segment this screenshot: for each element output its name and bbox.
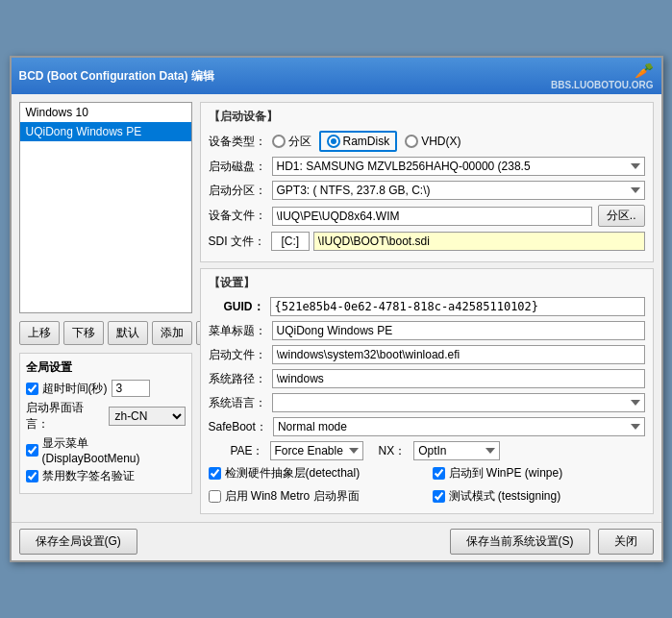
detecthal-label: 检测硬件抽象层(detecthal) [225, 465, 361, 482]
timeout-checkbox[interactable] [26, 383, 38, 395]
list-item-uqidong[interactable]: UQiDong Windows PE [20, 122, 191, 141]
settings-section: 【设置】 GUID： 菜单标题： 启动文件： 系统路径： [200, 268, 654, 514]
boot-device-section: 【启动设备】 设备类型： 分区 RamDisk [200, 102, 654, 262]
sys-path-row: 系统路径： [209, 369, 645, 388]
sys-lang-row: 系统语言： [209, 393, 645, 412]
guid-label: GUID： [209, 299, 264, 315]
detecthal-checkbox[interactable] [209, 467, 221, 480]
radio-vhd[interactable]: VHD(X) [405, 135, 460, 148]
menu-title-input[interactable] [272, 321, 645, 340]
show-menu-checkbox[interactable] [26, 444, 38, 457]
up-button[interactable]: 上移 [19, 321, 60, 345]
global-settings-title: 全局设置 [26, 359, 186, 376]
right-bottom-buttons: 保存当前系统设置(S) 关闭 [450, 529, 654, 555]
lang-select[interactable]: zh-CN [109, 407, 185, 426]
winpe-label: 启动到 WinPE (winpe) [449, 465, 563, 482]
title-bar: BCD (Boot Configuration Data) 编辑 🥕 BBS.L… [12, 58, 661, 94]
boot-file-label: 启动文件： [209, 347, 266, 363]
window-title: BCD (Boot Configuration Data) 编辑 [19, 68, 214, 85]
device-file-label: 设备文件： [209, 208, 266, 224]
radio-partition[interactable]: 分区 [272, 134, 311, 150]
default-button[interactable]: 默认 [108, 321, 148, 345]
watermark-icon: 🥕 [551, 62, 653, 80]
detecthal-row: 检测硬件抽象层(detecthal) [209, 465, 421, 482]
sys-path-input[interactable] [272, 369, 645, 388]
winpe-row: 启动到 WinPE (winpe) [433, 465, 645, 482]
partition-row: 启动分区： GPT3: ( NTFS, 237.8 GB, C:\) [209, 181, 645, 200]
boot-device-title: 【启动设备】 [209, 109, 645, 125]
settings-checkboxes: 检测硬件抽象层(detecthal) 启动到 WinPE (winpe) 启用 … [209, 465, 645, 507]
disk-select[interactable]: HD1: SAMSUNG MZVLB256HAHQ-00000 (238.5 [272, 157, 645, 176]
winpe-checkbox[interactable] [433, 467, 445, 480]
pae-select[interactable]: Force Enable Default Force Disable [270, 441, 363, 460]
main-window: BCD (Boot Configuration Data) 编辑 🥕 BBS.L… [10, 56, 663, 562]
save-current-button[interactable]: 保存当前系统设置(S) [450, 529, 590, 555]
settings-title: 【设置】 [209, 275, 645, 291]
left-panel: Windows 10 UQiDong Windows PE 上移 下移 默认 添… [19, 102, 192, 514]
device-file-row: 设备文件： 分区.. [209, 205, 645, 227]
disable-sign-row: 禁用数字签名验证 [26, 468, 186, 484]
down-button[interactable]: 下移 [63, 321, 104, 345]
device-type-radio-group: 分区 RamDisk VHD(X) [272, 131, 461, 152]
sdi-path-input[interactable] [313, 232, 645, 251]
disk-label: 启动磁盘： [209, 159, 266, 175]
pae-label: PAE： [209, 443, 264, 459]
device-file-input[interactable] [272, 207, 592, 226]
lang-label: 启动界面语言： [26, 400, 106, 433]
device-type-row: 设备类型： 分区 RamDisk [209, 131, 645, 152]
right-panel: 【启动设备】 设备类型： 分区 RamDisk [200, 102, 654, 514]
radio-vhd-circle [405, 135, 418, 148]
list-item-windows10[interactable]: Windows 10 [20, 103, 191, 122]
boot-file-input[interactable] [272, 345, 645, 364]
pae-nx-row: PAE： Force Enable Default Force Disable … [209, 441, 645, 460]
pae-nx-controls: Force Enable Default Force Disable NX： O… [270, 441, 501, 460]
safeboot-select[interactable]: Normal mode Minimal [273, 417, 645, 436]
nx-label: NX： [379, 443, 407, 459]
safeboot-label: SafeBoot： [209, 419, 267, 435]
add-button[interactable]: 添加 [152, 321, 192, 345]
partition-select[interactable]: GPT3: ( NTFS, 237.8 GB, C:\) [272, 181, 645, 200]
boot-entry-list[interactable]: Windows 10 UQiDong Windows PE [19, 102, 192, 313]
testsigning-row: 测试模式 (testsigning) [433, 488, 645, 505]
radio-ramdisk-dot [331, 138, 336, 144]
timeout-input[interactable] [112, 380, 150, 397]
nx-select[interactable]: OptIn OptOut AlwaysOn [413, 441, 500, 460]
sys-lang-select[interactable] [272, 393, 645, 412]
safeboot-row: SafeBoot： Normal mode Minimal [209, 417, 645, 436]
device-type-label: 设备类型： [209, 134, 266, 150]
radio-partition-circle [272, 135, 286, 148]
sdi-prefix-input[interactable] [271, 232, 310, 251]
show-menu-row: 显示菜单 (DisplayBootMenu) [26, 435, 186, 465]
guid-row: GUID： [209, 297, 645, 316]
radio-ramdisk-circle [327, 135, 340, 148]
bottom-button-bar: 保存全局设置(G) 保存当前系统设置(S) 关闭 [12, 522, 661, 560]
radio-ramdisk[interactable]: RamDisk [319, 131, 398, 152]
radio-partition-label: 分区 [288, 134, 311, 150]
sdi-inputs [271, 232, 645, 251]
lang-row: 启动界面语言： zh-CN [26, 400, 186, 433]
timeout-row: 超时时间(秒) [26, 380, 186, 397]
metro-label: 启用 Win8 Metro 启动界面 [225, 488, 360, 505]
sdi-label: SDI 文件： [209, 234, 265, 250]
device-file-btn[interactable]: 分区.. [598, 205, 645, 227]
testsigning-checkbox[interactable] [433, 490, 445, 503]
close-button[interactable]: 关闭 [598, 529, 654, 555]
metro-checkbox[interactable] [209, 490, 221, 503]
radio-ramdisk-label: RamDisk [343, 135, 390, 148]
disable-sign-label: 禁用数字签名验证 [42, 468, 135, 484]
sdi-row: SDI 文件： [209, 232, 645, 251]
disable-sign-checkbox[interactable] [26, 470, 38, 482]
partition-label: 启动分区： [209, 183, 266, 199]
radio-vhd-label: VHD(X) [421, 135, 460, 148]
global-settings-panel: 全局设置 超时时间(秒) 启动界面语言： zh-CN 显示菜单 (Display… [19, 353, 192, 494]
show-menu-label: 显示菜单 (DisplayBootMenu) [42, 435, 186, 465]
menu-title-row: 菜单标题： [209, 321, 645, 340]
save-global-button[interactable]: 保存全局设置(G) [19, 529, 137, 555]
testsigning-label: 测试模式 (testsigning) [449, 488, 561, 505]
sys-lang-label: 系统语言： [209, 395, 266, 411]
guid-input[interactable] [270, 297, 645, 316]
entry-action-buttons: 上移 下移 默认 添加 删除 [19, 321, 192, 345]
timeout-label: 超时时间(秒) [42, 381, 108, 397]
watermark-area: 🥕 BBS.LUOBOTOU.ORG [551, 62, 653, 90]
watermark-site: BBS.LUOBOTOU.ORG [551, 80, 653, 90]
